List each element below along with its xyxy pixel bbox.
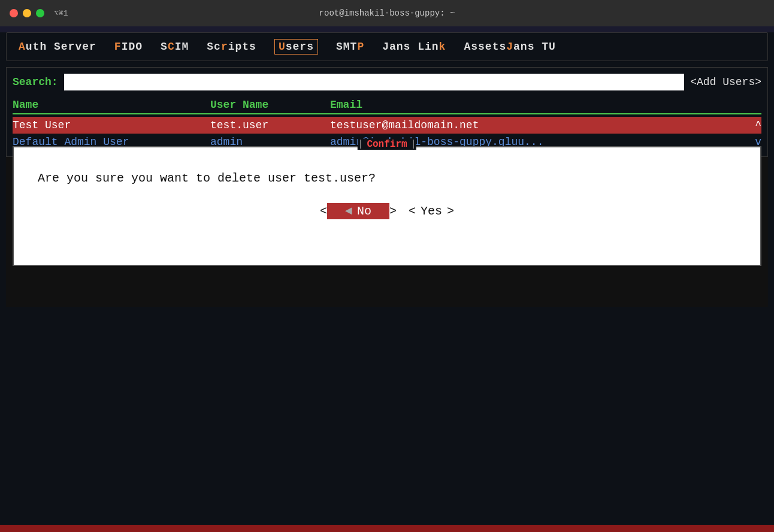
dialog-titlebar: | Confirm |	[358, 139, 416, 150]
no-button-label: ◄ No	[327, 203, 389, 219]
no-bracket-right: >	[389, 204, 397, 218]
titlebar: ⌥⌘1 root@imshakil-boss-guppy: ~	[0, 0, 774, 26]
dialog-title: Confirm	[363, 139, 410, 150]
window-title: root@imshakil-boss-guppy: ~	[319, 8, 455, 18]
dialog-message: Are you sure you want to delete user tes…	[38, 171, 736, 185]
dialog-title-line-left: |	[358, 139, 364, 150]
yes-button[interactable]: < Yes >	[409, 204, 454, 218]
dialog-buttons: < ◄ No > < Yes >	[38, 203, 736, 219]
keyboard-shortcut: ⌥⌘1	[54, 8, 68, 18]
yes-bracket-right: >	[447, 204, 454, 218]
status-bar	[0, 525, 774, 532]
no-bracket-left: <	[320, 204, 327, 218]
dialog-body: Are you sure you want to delete user tes…	[14, 147, 760, 237]
dialog-title-line-right: |	[411, 139, 417, 150]
yes-bracket-left: <	[409, 204, 416, 218]
confirm-dialog: | Confirm | Are you sure you want to del…	[13, 146, 761, 266]
maximize-button[interactable]	[36, 9, 44, 17]
dialog-overlay: | Confirm | Are you sure you want to del…	[0, 32, 774, 532]
no-button[interactable]: < ◄ No >	[320, 203, 397, 219]
window-controls: ⌥⌘1	[10, 8, 68, 18]
minimize-button[interactable]	[23, 9, 31, 17]
no-arrow-left: ◄	[345, 204, 352, 218]
yes-button-label: Yes	[421, 204, 442, 218]
terminal-area: Auth Server FIDO SCIM Scripts Users SMTP…	[0, 32, 774, 532]
close-button[interactable]	[10, 9, 18, 17]
